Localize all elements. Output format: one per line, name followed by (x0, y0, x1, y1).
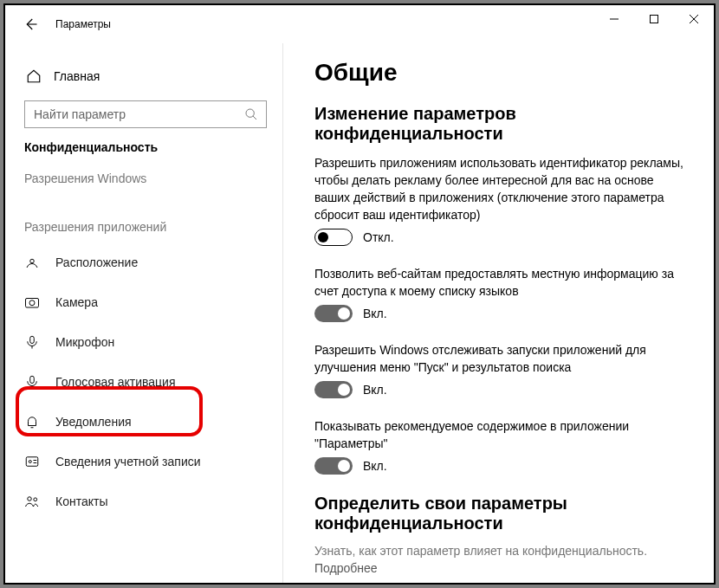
home-icon (26, 68, 42, 84)
setting-block: Показывать рекомендуемое содержимое в пр… (314, 417, 688, 475)
page-heading: Общие (314, 59, 688, 87)
search-icon (243, 107, 259, 122)
setting-text: Разрешить приложениям использовать идент… (314, 154, 688, 223)
page-subheading: Изменение параметров конфиденциальности (314, 104, 688, 144)
svg-rect-13 (26, 457, 38, 467)
sidebar-item-label: Контакты (55, 494, 107, 508)
sidebar-home-label: Главная (54, 69, 100, 83)
sidebar-nav-list: Расположение Камера Микрофон Голосовая а… (24, 242, 274, 521)
setting-text: Позволить веб-сайтам предоставлять местн… (314, 265, 688, 300)
sidebar-section-current: Конфиденциальность (24, 140, 274, 154)
svg-rect-1 (651, 16, 658, 23)
sidebar: Главная Конфиденциальность Разрешения Wi… (5, 43, 282, 583)
svg-rect-9 (30, 336, 35, 343)
sidebar-group-windows[interactable]: Разрешения Windows (24, 171, 274, 185)
search-box[interactable] (24, 100, 267, 128)
sidebar-item-label: Сведения учетной записи (55, 455, 201, 468)
location-icon (24, 255, 40, 270)
footer-text: Узнать, как этот параметр влияет на конф… (314, 544, 688, 558)
sidebar-group-apps: Разрешения приложений (24, 220, 274, 234)
svg-point-18 (34, 498, 37, 501)
setting-block: Разрешить Windows отслеживать запуски пр… (314, 341, 688, 398)
search-input[interactable] (32, 107, 243, 122)
svg-rect-11 (30, 376, 35, 383)
setting-text: Разрешить Windows отслеживать запуски пр… (314, 341, 688, 376)
bell-icon (24, 414, 40, 430)
toggle-label: Откл. (363, 230, 394, 244)
sidebar-item-location[interactable]: Расположение (24, 242, 274, 282)
sidebar-item-voice[interactable]: Голосовая активация (24, 362, 274, 402)
svg-point-8 (29, 300, 35, 306)
sidebar-item-camera[interactable]: Камера (24, 282, 274, 322)
minimize-button[interactable] (594, 5, 634, 33)
toggle-label: Вкл. (363, 383, 387, 397)
svg-point-17 (28, 497, 32, 501)
toggle-app-tracking[interactable] (314, 381, 353, 398)
setting-block: Разрешить приложениям использовать идент… (314, 154, 688, 246)
sidebar-home[interactable]: Главная (24, 59, 274, 94)
svg-point-4 (246, 109, 254, 117)
toggle-ad-id[interactable] (314, 229, 353, 246)
sidebar-item-label: Камера (55, 295, 98, 309)
maximize-button[interactable] (634, 5, 674, 33)
svg-point-14 (29, 461, 31, 463)
close-button[interactable] (674, 5, 714, 33)
toggle-label: Вкл. (363, 307, 387, 320)
back-button[interactable] (21, 15, 40, 34)
sidebar-item-microphone[interactable]: Микрофон (24, 322, 274, 362)
svg-line-5 (253, 116, 256, 120)
svg-point-6 (30, 259, 35, 263)
sidebar-item-contacts[interactable]: Контакты (24, 481, 274, 521)
sidebar-item-label: Уведомления (55, 415, 132, 429)
settings-window: Параметры Главная Конфиденциальность Раз (3, 3, 716, 585)
voice-icon (24, 374, 40, 390)
titlebar: Параметры (5, 5, 714, 43)
sidebar-item-label: Голосовая активация (55, 375, 176, 389)
toggle-recommended[interactable] (314, 457, 353, 475)
sidebar-item-label: Микрофон (55, 335, 114, 349)
footer-heading: Определить свои параметры конфиденциальн… (314, 494, 688, 533)
toggle-language[interactable] (314, 305, 353, 322)
sidebar-item-label: Расположение (55, 255, 138, 269)
svg-rect-7 (26, 299, 39, 308)
sidebar-item-account[interactable]: Сведения учетной записи (24, 442, 274, 481)
setting-block: Позволить веб-сайтам предоставлять местн… (314, 265, 688, 322)
sidebar-item-notifications[interactable]: Уведомления (24, 402, 274, 442)
window-title: Параметры (55, 18, 111, 30)
content-area: Общие Изменение параметров конфиденциаль… (282, 43, 714, 583)
toggle-label: Вкл. (363, 459, 387, 473)
contacts-icon (24, 494, 40, 509)
account-icon (24, 454, 40, 469)
footer-link[interactable]: Подробнее (314, 561, 688, 575)
camera-icon (24, 294, 40, 310)
setting-text: Показывать рекомендуемое содержимое в пр… (314, 417, 688, 452)
microphone-icon (24, 334, 40, 350)
